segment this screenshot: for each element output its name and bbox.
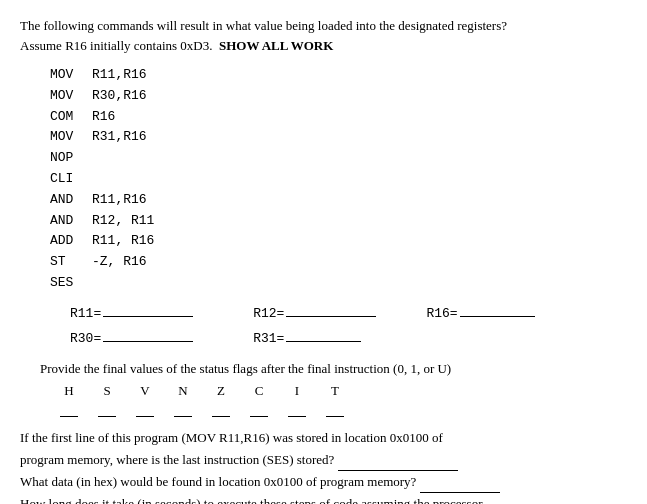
flag-v-field <box>136 403 154 417</box>
flag-v-label: V <box>136 383 154 399</box>
mnemonic-2: MOV <box>50 86 92 107</box>
operands-10: -Z, R16 <box>92 252 147 273</box>
mnemonic-9: ADD <box>50 231 92 252</box>
flag-t-label: T <box>326 383 344 399</box>
reg-r11-label: R11= <box>70 302 101 325</box>
reg-r16-label: R16= <box>426 302 457 325</box>
registers-section: R11= R12= R16= R30= R31= <box>70 302 627 351</box>
operands-1: R11,R16 <box>92 65 147 86</box>
code-line-3: COM R16 <box>50 107 627 128</box>
code-line-7: AND R11,R16 <box>50 190 627 211</box>
mnemonic-5: NOP <box>50 148 92 169</box>
code-line-1: MOV R11,R16 <box>50 65 627 86</box>
reg-r31-field <box>286 328 361 342</box>
assume-value: Assume R16 initially contains 0xD3. <box>20 38 212 53</box>
code-line-11: SES <box>50 273 627 294</box>
code-block: MOV R11,R16 MOV R30,R16 COM R16 MOV R31,… <box>50 65 627 294</box>
reg-r12-field <box>286 303 376 317</box>
code-line-9: ADD R11, R16 <box>50 231 627 252</box>
code-line-5: NOP <box>50 148 627 169</box>
bottom-q2-text: What data (in hex) would be found in loc… <box>20 474 416 489</box>
bottom-q3: How long does it take (in seconds) to ex… <box>20 493 627 504</box>
reg-r11: R11= <box>70 302 193 325</box>
code-line-10: ST -Z, R16 <box>50 252 627 273</box>
operands-7: R11,R16 <box>92 190 147 211</box>
flag-c-field <box>250 403 268 417</box>
bottom-q1-field <box>338 457 458 471</box>
code-line-4: MOV R31,R16 <box>50 127 627 148</box>
reg-r30-field <box>103 328 193 342</box>
flag-n-field <box>174 403 192 417</box>
flag-z-label: Z <box>212 383 230 399</box>
operands-2: R30,R16 <box>92 86 147 107</box>
reg-row-1: R11= R12= R16= <box>70 302 627 325</box>
flag-s-label: S <box>98 383 116 399</box>
operands-9: R11, R16 <box>92 231 154 252</box>
flag-i-label: I <box>288 383 306 399</box>
reg-r12: R12= <box>253 302 376 325</box>
flag-h-field <box>60 403 78 417</box>
reg-r31-label: R31= <box>253 327 284 350</box>
flag-c-label: C <box>250 383 268 399</box>
bottom-questions: If the first line of this program (MOV R… <box>20 427 627 504</box>
mnemonic-10: ST <box>50 252 92 273</box>
operands-4: R31,R16 <box>92 127 147 148</box>
bottom-q2: What data (in hex) would be found in loc… <box>20 471 627 493</box>
status-label: Provide the final values of the status f… <box>40 361 627 377</box>
reg-r31: R31= <box>253 327 361 350</box>
code-line-8: AND R12, R11 <box>50 211 627 232</box>
reg-r30-label: R30= <box>70 327 101 350</box>
reg-r16-field <box>460 303 535 317</box>
bottom-q1a-text: If the first line of this program (MOV R… <box>20 430 443 445</box>
bottom-q1b-text: program memory, where is the last instru… <box>20 452 334 467</box>
code-line-6: CLI <box>50 169 627 190</box>
flag-t-field <box>326 403 344 417</box>
show-work-label: SHOW ALL WORK <box>219 38 333 53</box>
code-line-2: MOV R30,R16 <box>50 86 627 107</box>
mnemonic-3: COM <box>50 107 92 128</box>
flag-fields <box>60 403 344 417</box>
operands-8: R12, R11 <box>92 211 154 232</box>
reg-row-2: R30= R31= <box>70 327 627 350</box>
mnemonic-8: AND <box>50 211 92 232</box>
flag-z-field <box>212 403 230 417</box>
mnemonic-11: SES <box>50 273 92 294</box>
flag-h-label: H <box>60 383 78 399</box>
operands-3: R16 <box>92 107 115 128</box>
status-label-text: Provide the final values of the status f… <box>40 361 451 376</box>
mnemonic-7: AND <box>50 190 92 211</box>
flag-i-field <box>288 403 306 417</box>
mnemonic-4: MOV <box>50 127 92 148</box>
flag-n-label: N <box>174 383 192 399</box>
status-section: Provide the final values of the status f… <box>40 361 627 417</box>
question-intro: The following commands will result in wh… <box>20 16 627 55</box>
reg-r16: R16= <box>426 302 534 325</box>
reg-r30: R30= <box>70 327 193 350</box>
reg-r11-field <box>103 303 193 317</box>
intro-text: The following commands will result in wh… <box>20 18 507 33</box>
bottom-q3a-text: How long does it take (in seconds) to ex… <box>20 496 482 504</box>
mnemonic-1: MOV <box>50 65 92 86</box>
bottom-q2-field <box>420 479 500 493</box>
assume-text: Assume R16 initially contains 0xD3. SHOW… <box>20 38 333 53</box>
flag-s-field <box>98 403 116 417</box>
flag-headers: H S V N Z C I T <box>60 383 344 399</box>
reg-r12-label: R12= <box>253 302 284 325</box>
mnemonic-6: CLI <box>50 169 92 190</box>
bottom-q1: If the first line of this program (MOV R… <box>20 427 627 471</box>
